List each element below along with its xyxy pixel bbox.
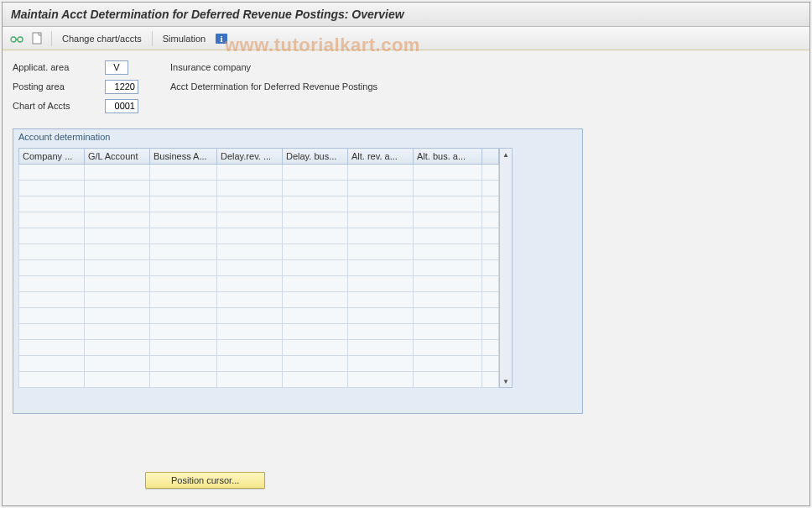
table-cell[interactable] <box>150 244 217 260</box>
table-cell[interactable] <box>414 181 482 196</box>
table-cell[interactable] <box>482 276 499 292</box>
table-cell[interactable] <box>348 196 414 212</box>
table-cell[interactable] <box>482 212 499 228</box>
table-cell[interactable] <box>85 276 150 292</box>
table-cell[interactable] <box>348 181 414 196</box>
table-row[interactable] <box>19 276 499 292</box>
table-cell[interactable] <box>85 356 150 372</box>
column-header[interactable]: Alt. bus. a... <box>414 149 482 165</box>
change-chart-button[interactable]: Change chart/accts <box>59 32 145 45</box>
table-cell[interactable] <box>414 372 482 388</box>
column-header[interactable]: Delay. bus... <box>283 149 348 165</box>
table-cell[interactable] <box>283 308 348 324</box>
table-cell[interactable] <box>217 292 283 308</box>
table-cell[interactable] <box>414 356 482 372</box>
table-row[interactable] <box>19 260 499 276</box>
table-cell[interactable] <box>217 196 283 212</box>
table-cell[interactable] <box>348 228 414 244</box>
table-cell[interactable] <box>85 308 150 324</box>
table-cell[interactable] <box>283 244 348 260</box>
table-cell[interactable] <box>19 244 85 260</box>
table-row[interactable] <box>19 181 499 196</box>
table-cell[interactable] <box>19 260 85 276</box>
table-cell[interactable] <box>414 228 482 244</box>
table-row[interactable] <box>19 340 499 356</box>
table-cell[interactable] <box>482 340 499 356</box>
table-cell[interactable] <box>19 356 85 372</box>
table-cell[interactable] <box>217 228 283 244</box>
table-cell[interactable] <box>85 165 150 181</box>
glasses-icon[interactable] <box>9 31 24 46</box>
table-cell[interactable] <box>19 340 85 356</box>
table-cell[interactable] <box>19 324 85 340</box>
table-cell[interactable] <box>150 356 217 372</box>
table-cell[interactable] <box>414 292 482 308</box>
table-cell[interactable] <box>19 212 85 228</box>
table-cell[interactable] <box>217 244 283 260</box>
table-cell[interactable] <box>482 244 499 260</box>
table-cell[interactable] <box>348 308 414 324</box>
table-cell[interactable] <box>85 228 150 244</box>
table-cell[interactable] <box>150 308 217 324</box>
table-cell[interactable] <box>348 356 414 372</box>
table-cell[interactable] <box>19 228 85 244</box>
table-cell[interactable] <box>217 372 283 388</box>
table-cell[interactable] <box>217 340 283 356</box>
table-cell[interactable] <box>217 212 283 228</box>
select-all-corner[interactable] <box>482 149 499 165</box>
new-icon[interactable] <box>29 31 44 46</box>
table-cell[interactable] <box>150 181 217 196</box>
table-row[interactable] <box>19 356 499 372</box>
table-cell[interactable] <box>19 196 85 212</box>
position-cursor-button[interactable]: Position cursor... <box>145 472 265 489</box>
table-cell[interactable] <box>348 260 414 276</box>
table-cell[interactable] <box>482 196 499 212</box>
table-cell[interactable] <box>85 181 150 196</box>
table-cell[interactable] <box>348 212 414 228</box>
table-cell[interactable] <box>283 165 348 181</box>
table-cell[interactable] <box>150 372 217 388</box>
table-cell[interactable] <box>85 196 150 212</box>
table-cell[interactable] <box>19 292 85 308</box>
scroll-down-icon[interactable]: ▼ <box>500 375 512 387</box>
table-cell[interactable] <box>85 292 150 308</box>
table-cell[interactable] <box>348 340 414 356</box>
table-row[interactable] <box>19 165 499 181</box>
table-cell[interactable] <box>150 276 217 292</box>
table-cell[interactable] <box>150 212 217 228</box>
table-cell[interactable] <box>217 308 283 324</box>
table-cell[interactable] <box>217 324 283 340</box>
table-cell[interactable] <box>283 212 348 228</box>
table-cell[interactable] <box>150 165 217 181</box>
table-cell[interactable] <box>482 292 499 308</box>
table-cell[interactable] <box>85 212 150 228</box>
chart-of-accts-input[interactable] <box>105 99 138 113</box>
table-cell[interactable] <box>482 181 499 196</box>
column-header[interactable]: Delay.rev. ... <box>217 149 283 165</box>
table-cell[interactable] <box>348 165 414 181</box>
table-row[interactable] <box>19 228 499 244</box>
table-cell[interactable] <box>19 372 85 388</box>
table-cell[interactable] <box>482 372 499 388</box>
table-cell[interactable] <box>85 340 150 356</box>
table-cell[interactable] <box>482 308 499 324</box>
table-cell[interactable] <box>414 196 482 212</box>
simulation-button[interactable]: Simulation <box>159 32 209 45</box>
table-cell[interactable] <box>150 260 217 276</box>
table-cell[interactable] <box>283 324 348 340</box>
column-header[interactable]: Alt. rev. a... <box>348 149 414 165</box>
table-cell[interactable] <box>348 324 414 340</box>
posting-area-input[interactable] <box>105 80 138 94</box>
vertical-scrollbar[interactable]: ▲ ▼ <box>499 148 513 388</box>
table-cell[interactable] <box>217 356 283 372</box>
table-row[interactable] <box>19 212 499 228</box>
table-cell[interactable] <box>283 276 348 292</box>
info-icon[interactable]: i <box>214 31 229 46</box>
table-cell[interactable] <box>85 324 150 340</box>
table-cell[interactable] <box>217 165 283 181</box>
table-cell[interactable] <box>348 276 414 292</box>
table-cell[interactable] <box>150 340 217 356</box>
table-row[interactable] <box>19 196 499 212</box>
table-cell[interactable] <box>85 372 150 388</box>
table-cell[interactable] <box>283 340 348 356</box>
